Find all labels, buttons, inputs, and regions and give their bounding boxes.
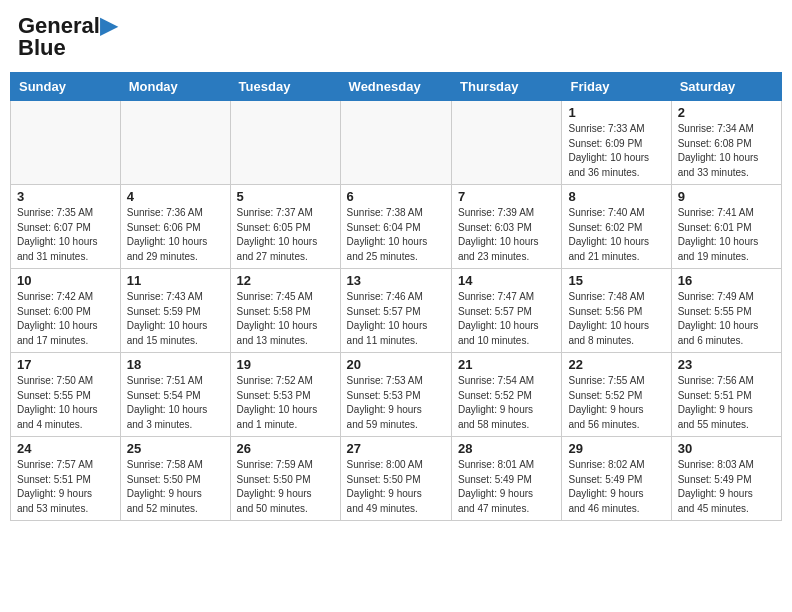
day-number: 10 bbox=[17, 273, 114, 288]
calendar-cell bbox=[452, 101, 562, 185]
col-header-sunday: Sunday bbox=[11, 73, 121, 101]
col-header-tuesday: Tuesday bbox=[230, 73, 340, 101]
day-number: 19 bbox=[237, 357, 334, 372]
day-number: 16 bbox=[678, 273, 775, 288]
calendar-week-5: 24Sunrise: 7:57 AM Sunset: 5:51 PM Dayli… bbox=[11, 437, 782, 521]
day-info: Sunrise: 7:40 AM Sunset: 6:02 PM Dayligh… bbox=[568, 206, 664, 264]
day-info: Sunrise: 7:55 AM Sunset: 5:52 PM Dayligh… bbox=[568, 374, 664, 432]
day-info: Sunrise: 7:35 AM Sunset: 6:07 PM Dayligh… bbox=[17, 206, 114, 264]
day-info: Sunrise: 7:39 AM Sunset: 6:03 PM Dayligh… bbox=[458, 206, 555, 264]
calendar-week-1: 1Sunrise: 7:33 AM Sunset: 6:09 PM Daylig… bbox=[11, 101, 782, 185]
col-header-friday: Friday bbox=[562, 73, 671, 101]
day-number: 29 bbox=[568, 441, 664, 456]
calendar-week-2: 3Sunrise: 7:35 AM Sunset: 6:07 PM Daylig… bbox=[11, 185, 782, 269]
day-info: Sunrise: 8:03 AM Sunset: 5:49 PM Dayligh… bbox=[678, 458, 775, 516]
calendar-cell: 8Sunrise: 7:40 AM Sunset: 6:02 PM Daylig… bbox=[562, 185, 671, 269]
day-info: Sunrise: 8:00 AM Sunset: 5:50 PM Dayligh… bbox=[347, 458, 445, 516]
calendar-cell: 6Sunrise: 7:38 AM Sunset: 6:04 PM Daylig… bbox=[340, 185, 451, 269]
day-number: 12 bbox=[237, 273, 334, 288]
day-number: 15 bbox=[568, 273, 664, 288]
calendar-header-row: SundayMondayTuesdayWednesdayThursdayFrid… bbox=[11, 73, 782, 101]
calendar-cell: 26Sunrise: 7:59 AM Sunset: 5:50 PM Dayli… bbox=[230, 437, 340, 521]
calendar-cell: 18Sunrise: 7:51 AM Sunset: 5:54 PM Dayli… bbox=[120, 353, 230, 437]
page-header: General▶ Blue bbox=[10, 10, 782, 64]
calendar-cell: 21Sunrise: 7:54 AM Sunset: 5:52 PM Dayli… bbox=[452, 353, 562, 437]
day-number: 9 bbox=[678, 189, 775, 204]
day-number: 23 bbox=[678, 357, 775, 372]
calendar-cell: 5Sunrise: 7:37 AM Sunset: 6:05 PM Daylig… bbox=[230, 185, 340, 269]
logo-blue: Blue bbox=[18, 36, 66, 60]
calendar-week-4: 17Sunrise: 7:50 AM Sunset: 5:55 PM Dayli… bbox=[11, 353, 782, 437]
day-number: 11 bbox=[127, 273, 224, 288]
calendar-cell: 25Sunrise: 7:58 AM Sunset: 5:50 PM Dayli… bbox=[120, 437, 230, 521]
calendar-cell: 30Sunrise: 8:03 AM Sunset: 5:49 PM Dayli… bbox=[671, 437, 781, 521]
calendar-cell: 17Sunrise: 7:50 AM Sunset: 5:55 PM Dayli… bbox=[11, 353, 121, 437]
day-info: Sunrise: 7:45 AM Sunset: 5:58 PM Dayligh… bbox=[237, 290, 334, 348]
col-header-saturday: Saturday bbox=[671, 73, 781, 101]
calendar-cell: 22Sunrise: 7:55 AM Sunset: 5:52 PM Dayli… bbox=[562, 353, 671, 437]
day-number: 22 bbox=[568, 357, 664, 372]
day-info: Sunrise: 7:34 AM Sunset: 6:08 PM Dayligh… bbox=[678, 122, 775, 180]
calendar-cell: 20Sunrise: 7:53 AM Sunset: 5:53 PM Dayli… bbox=[340, 353, 451, 437]
day-number: 17 bbox=[17, 357, 114, 372]
day-info: Sunrise: 7:59 AM Sunset: 5:50 PM Dayligh… bbox=[237, 458, 334, 516]
day-number: 1 bbox=[568, 105, 664, 120]
day-info: Sunrise: 7:47 AM Sunset: 5:57 PM Dayligh… bbox=[458, 290, 555, 348]
day-info: Sunrise: 7:53 AM Sunset: 5:53 PM Dayligh… bbox=[347, 374, 445, 432]
day-info: Sunrise: 7:42 AM Sunset: 6:00 PM Dayligh… bbox=[17, 290, 114, 348]
col-header-thursday: Thursday bbox=[452, 73, 562, 101]
calendar-cell: 10Sunrise: 7:42 AM Sunset: 6:00 PM Dayli… bbox=[11, 269, 121, 353]
day-info: Sunrise: 7:41 AM Sunset: 6:01 PM Dayligh… bbox=[678, 206, 775, 264]
calendar-cell: 4Sunrise: 7:36 AM Sunset: 6:06 PM Daylig… bbox=[120, 185, 230, 269]
day-number: 14 bbox=[458, 273, 555, 288]
day-number: 6 bbox=[347, 189, 445, 204]
calendar-cell: 16Sunrise: 7:49 AM Sunset: 5:55 PM Dayli… bbox=[671, 269, 781, 353]
day-number: 25 bbox=[127, 441, 224, 456]
day-info: Sunrise: 7:46 AM Sunset: 5:57 PM Dayligh… bbox=[347, 290, 445, 348]
day-info: Sunrise: 7:50 AM Sunset: 5:55 PM Dayligh… bbox=[17, 374, 114, 432]
calendar-cell: 7Sunrise: 7:39 AM Sunset: 6:03 PM Daylig… bbox=[452, 185, 562, 269]
calendar-cell: 12Sunrise: 7:45 AM Sunset: 5:58 PM Dayli… bbox=[230, 269, 340, 353]
calendar-cell: 28Sunrise: 8:01 AM Sunset: 5:49 PM Dayli… bbox=[452, 437, 562, 521]
calendar-cell: 24Sunrise: 7:57 AM Sunset: 5:51 PM Dayli… bbox=[11, 437, 121, 521]
calendar-cell: 19Sunrise: 7:52 AM Sunset: 5:53 PM Dayli… bbox=[230, 353, 340, 437]
calendar-cell bbox=[11, 101, 121, 185]
col-header-monday: Monday bbox=[120, 73, 230, 101]
day-number: 30 bbox=[678, 441, 775, 456]
day-number: 28 bbox=[458, 441, 555, 456]
day-info: Sunrise: 7:49 AM Sunset: 5:55 PM Dayligh… bbox=[678, 290, 775, 348]
calendar-cell: 15Sunrise: 7:48 AM Sunset: 5:56 PM Dayli… bbox=[562, 269, 671, 353]
day-number: 24 bbox=[17, 441, 114, 456]
day-number: 2 bbox=[678, 105, 775, 120]
calendar-cell: 27Sunrise: 8:00 AM Sunset: 5:50 PM Dayli… bbox=[340, 437, 451, 521]
day-info: Sunrise: 7:33 AM Sunset: 6:09 PM Dayligh… bbox=[568, 122, 664, 180]
day-number: 26 bbox=[237, 441, 334, 456]
day-number: 4 bbox=[127, 189, 224, 204]
day-number: 18 bbox=[127, 357, 224, 372]
day-number: 7 bbox=[458, 189, 555, 204]
day-info: Sunrise: 7:37 AM Sunset: 6:05 PM Dayligh… bbox=[237, 206, 334, 264]
col-header-wednesday: Wednesday bbox=[340, 73, 451, 101]
calendar-cell: 1Sunrise: 7:33 AM Sunset: 6:09 PM Daylig… bbox=[562, 101, 671, 185]
day-number: 3 bbox=[17, 189, 114, 204]
day-info: Sunrise: 7:56 AM Sunset: 5:51 PM Dayligh… bbox=[678, 374, 775, 432]
day-info: Sunrise: 7:43 AM Sunset: 5:59 PM Dayligh… bbox=[127, 290, 224, 348]
day-number: 13 bbox=[347, 273, 445, 288]
day-info: Sunrise: 7:48 AM Sunset: 5:56 PM Dayligh… bbox=[568, 290, 664, 348]
calendar-cell: 3Sunrise: 7:35 AM Sunset: 6:07 PM Daylig… bbox=[11, 185, 121, 269]
day-info: Sunrise: 8:02 AM Sunset: 5:49 PM Dayligh… bbox=[568, 458, 664, 516]
logo: General▶ Blue bbox=[18, 14, 117, 60]
day-info: Sunrise: 7:52 AM Sunset: 5:53 PM Dayligh… bbox=[237, 374, 334, 432]
day-info: Sunrise: 7:38 AM Sunset: 6:04 PM Dayligh… bbox=[347, 206, 445, 264]
calendar-cell: 11Sunrise: 7:43 AM Sunset: 5:59 PM Dayli… bbox=[120, 269, 230, 353]
calendar-cell: 9Sunrise: 7:41 AM Sunset: 6:01 PM Daylig… bbox=[671, 185, 781, 269]
calendar-cell bbox=[230, 101, 340, 185]
day-info: Sunrise: 8:01 AM Sunset: 5:49 PM Dayligh… bbox=[458, 458, 555, 516]
day-number: 8 bbox=[568, 189, 664, 204]
calendar-table: SundayMondayTuesdayWednesdayThursdayFrid… bbox=[10, 72, 782, 521]
day-info: Sunrise: 7:36 AM Sunset: 6:06 PM Dayligh… bbox=[127, 206, 224, 264]
day-info: Sunrise: 7:51 AM Sunset: 5:54 PM Dayligh… bbox=[127, 374, 224, 432]
calendar-cell: 23Sunrise: 7:56 AM Sunset: 5:51 PM Dayli… bbox=[671, 353, 781, 437]
day-number: 20 bbox=[347, 357, 445, 372]
calendar-cell bbox=[340, 101, 451, 185]
